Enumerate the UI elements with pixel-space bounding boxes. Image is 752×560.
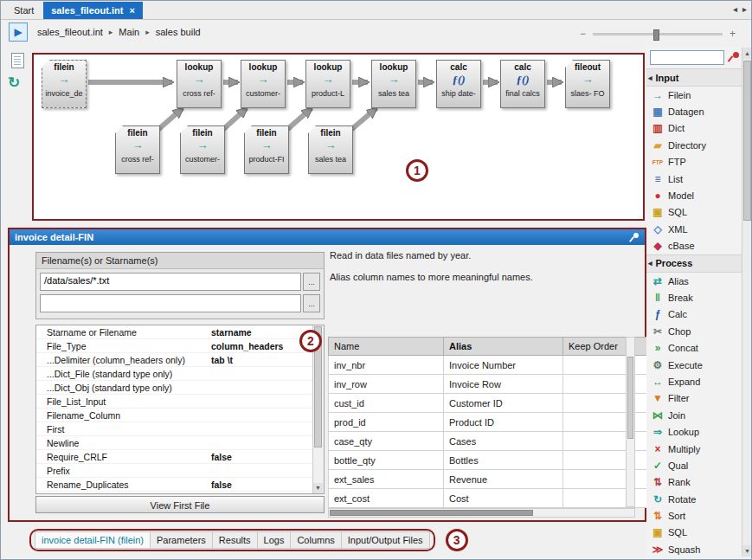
flow-node-filein[interactable]: filein→invoice_de xyxy=(42,60,87,108)
alias-table-hscrollbar[interactable] xyxy=(328,508,635,518)
palette-item-qual[interactable]: ✓Qual xyxy=(646,457,742,473)
browse-button[interactable]: ... xyxy=(303,294,320,312)
property-row[interactable]: Newline xyxy=(36,436,313,450)
alias-cell[interactable]: Invoice Row xyxy=(444,375,563,394)
palette-item-alias[interactable]: ⇄Alias xyxy=(646,273,742,289)
tab-sales-fileout-int[interactable]: sales_fileout.int× xyxy=(43,2,143,19)
alias-cell[interactable] xyxy=(563,432,660,451)
flow-node-filein[interactable]: filein→customer- xyxy=(180,126,225,174)
palette-item-ftp[interactable]: FTPFTP xyxy=(646,154,742,171)
alias-table-row[interactable]: cust_idCustomer ID xyxy=(329,394,660,413)
property-row[interactable]: First xyxy=(36,422,313,436)
alias-table-row[interactable]: ext_salesRevenue xyxy=(329,470,660,489)
property-row[interactable]: ...Dict_File (standard type only) xyxy=(36,367,313,381)
palette-item-xml[interactable]: ◇XML xyxy=(646,221,742,237)
scrollbar-thumb[interactable] xyxy=(330,510,533,516)
alias-cell[interactable]: case_qty xyxy=(329,432,444,451)
alias-cell[interactable] xyxy=(563,489,660,508)
alias-cell[interactable]: ext_sales xyxy=(329,470,444,489)
flow-node-lookup[interactable]: lookup→customer- xyxy=(241,60,286,108)
palette-item-calc[interactable]: ƒCalc xyxy=(646,306,742,323)
alias-cell[interactable]: Cost xyxy=(444,489,563,508)
alias-cell[interactable]: Cases xyxy=(444,432,563,451)
scroll-down-icon[interactable]: ▼ xyxy=(313,483,323,493)
alias-cell[interactable] xyxy=(563,394,660,413)
palette-item-rank[interactable]: ⇅Rank xyxy=(646,474,742,491)
scroll-down-icon[interactable]: ▼ xyxy=(742,545,752,557)
breadcrumb-item[interactable]: sales_fileout.int xyxy=(37,27,103,37)
bottom-tab-logs[interactable]: Logs xyxy=(258,531,292,549)
alias-column-header[interactable]: Alias xyxy=(444,338,563,356)
flow-node-lookup[interactable]: lookup→cross ref- xyxy=(177,60,222,108)
bottom-tab-input-output-files[interactable]: Input/Output Files xyxy=(342,531,430,549)
alias-cell[interactable]: Invoice Number xyxy=(444,356,563,375)
alias-cell[interactable] xyxy=(563,356,660,375)
palette-pin-icon[interactable] xyxy=(728,51,740,63)
flow-node-lookup[interactable]: lookup→product-L xyxy=(305,60,350,108)
alias-column-header[interactable]: Name xyxy=(329,338,444,356)
palette-item-break[interactable]: ‖Break xyxy=(646,289,742,306)
new-document-icon[interactable] xyxy=(11,53,24,68)
palette-item-join[interactable]: ⋈Join xyxy=(646,407,742,423)
alias-cell[interactable]: cust_id xyxy=(329,394,444,413)
property-row[interactable]: ...Dict_Obj (standard type only) xyxy=(36,381,313,395)
palette-item-datagen[interactable]: ▦Datagen xyxy=(646,103,742,119)
flow-node-calc[interactable]: calcƒ()final calcs xyxy=(500,60,545,108)
palette-item-model[interactable]: ●Model xyxy=(646,187,742,203)
property-row[interactable]: Filename_Column xyxy=(36,409,313,422)
zoom-in-icon[interactable]: + xyxy=(730,28,736,40)
palette-item-lookup[interactable]: ⇒Lookup xyxy=(646,423,742,440)
palette-item-rotate[interactable]: ↻Rotate xyxy=(646,491,742,507)
palette-section-input[interactable]: ◂Input xyxy=(646,68,742,87)
tab-scroll-right-icon[interactable]: ▸ xyxy=(742,4,747,14)
palette-search-input[interactable] xyxy=(650,50,724,65)
alias-table-row[interactable]: case_qtyCases xyxy=(329,432,660,451)
palette-item-filter[interactable]: ▼Filter xyxy=(646,390,742,407)
alias-cell[interactable]: Revenue xyxy=(444,470,563,489)
zoom-out-icon[interactable]: − xyxy=(580,28,586,40)
property-row[interactable]: File_Typecolumn_headers xyxy=(36,339,313,353)
palette-item-squash[interactable]: ≫Squash xyxy=(646,541,742,557)
alias-cell[interactable]: Product ID xyxy=(444,413,563,432)
zoom-slider-thumb[interactable] xyxy=(653,29,659,41)
palette-item-sql[interactable]: ▣SQL xyxy=(646,525,742,541)
palette-item-chop[interactable]: ✂Chop xyxy=(646,323,742,339)
property-row[interactable]: Rename_Duplicatesfalse xyxy=(36,478,313,492)
tab-start[interactable]: Start xyxy=(6,2,42,19)
palette-item-sql[interactable]: ▣SQL xyxy=(646,204,742,221)
alias-cell[interactable]: Bottles xyxy=(444,451,563,470)
property-row[interactable]: File_List_Input xyxy=(36,395,313,409)
alias-cell[interactable]: bottle_qty xyxy=(329,451,444,470)
palette-item-directory[interactable]: ▰Directory xyxy=(646,137,742,153)
flow-node-lookup[interactable]: lookup→sales tea xyxy=(371,60,416,108)
breadcrumb-item[interactable]: Main xyxy=(119,27,139,37)
property-row[interactable]: Ignore_Extra_Columnsfalse xyxy=(36,492,313,493)
pin-icon[interactable] xyxy=(629,232,640,242)
alias-table-row[interactable]: bottle_qtyBottles xyxy=(329,451,660,470)
tab-close-icon[interactable]: × xyxy=(129,5,134,16)
palette-item-dict[interactable]: ▥Dict xyxy=(646,120,742,137)
palette-item-execute[interactable]: ⚙Execute xyxy=(646,357,742,373)
alias-cell[interactable]: ext_cost xyxy=(329,489,444,508)
flow-node-filein[interactable]: filein→sales tea xyxy=(308,126,353,174)
bottom-tab-results[interactable]: Results xyxy=(213,531,258,549)
alias-cell[interactable]: inv_row xyxy=(329,375,444,394)
alias-cell[interactable]: prod_id xyxy=(329,413,444,432)
alias-cell[interactable]: inv_nbr xyxy=(329,356,444,375)
flow-node-fileout[interactable]: fileout→slaes- FO xyxy=(565,60,610,108)
flow-node-filein[interactable]: filein→product-FI xyxy=(244,126,289,174)
palette-item-filein[interactable]: →Filein xyxy=(646,87,742,103)
filename-value[interactable]: /data/sales/*.txt xyxy=(40,273,301,291)
refresh-icon[interactable]: ↻ xyxy=(8,74,20,92)
alias-table-row[interactable]: inv_rowInvoice Row xyxy=(329,375,660,394)
palette-scrollbar[interactable]: ▲ ▼ xyxy=(742,48,752,557)
palette-section-process[interactable]: ◂Process xyxy=(646,254,742,273)
palette-item-list[interactable]: ≡List xyxy=(646,171,742,187)
bottom-tab-parameters[interactable]: Parameters xyxy=(151,531,213,549)
alias-cell[interactable] xyxy=(563,451,660,470)
scrollbar-thumb[interactable] xyxy=(743,61,751,221)
property-row[interactable]: ...Delimiter (column_headers only)tab \t xyxy=(36,353,313,367)
bottom-tab-columns[interactable]: Columns xyxy=(291,531,341,549)
filename-value[interactable] xyxy=(40,294,301,312)
bottom-tab-invoice-detail-fin-filein-[interactable]: invoice detail-FIN (filein) xyxy=(35,531,151,549)
